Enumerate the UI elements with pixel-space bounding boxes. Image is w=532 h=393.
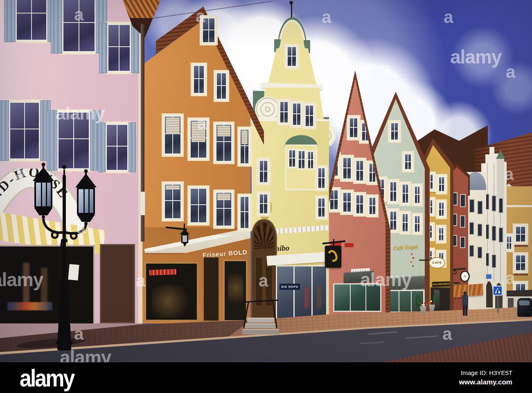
window-shutter [128, 122, 136, 172]
shop-window-sign: DIE ROPS [280, 284, 300, 290]
salamander-sign: SALAMANDER [432, 281, 450, 287]
cafe-oval-sign: CAFÉ [429, 257, 445, 269]
cafe-oval-label: CAFÉ [432, 261, 442, 264]
turret-spire [497, 158, 504, 199]
flower-box [514, 243, 528, 247]
window [298, 150, 306, 169]
window-glass [478, 247, 482, 258]
window [477, 246, 482, 259]
window-glass [241, 130, 248, 163]
window [438, 176, 445, 192]
window-glass [191, 189, 206, 222]
window-glass [280, 102, 288, 122]
window-glass [461, 216, 464, 227]
window-glass [439, 228, 443, 240]
pedestrian-leg [463, 305, 465, 316]
rust-striped-awning [469, 284, 483, 296]
window [491, 254, 496, 268]
window [491, 226, 496, 241]
window [438, 227, 444, 242]
window [477, 224, 482, 237]
window [216, 72, 227, 100]
cafe-engel-script: Café Engel [393, 243, 425, 251]
roller-blind [217, 194, 230, 200]
door-steps [241, 314, 282, 341]
window [62, 0, 96, 52]
shop-mullion [399, 291, 399, 312]
building-orange-house: Friseur BOLD [141, 0, 266, 323]
mannequin-silhouette [23, 263, 29, 308]
window-glass [293, 104, 300, 125]
window [355, 160, 364, 182]
window-glass [217, 73, 226, 99]
window-glass [216, 193, 231, 226]
clock-center-dot [464, 276, 466, 277]
window [16, 0, 47, 41]
shop-window-dark [144, 262, 198, 321]
street-lamp [29, 160, 99, 356]
car-windshield [519, 300, 530, 305]
window-glass [516, 227, 525, 242]
finial-ball [289, 1, 293, 5]
shop-goods-glow [152, 285, 193, 318]
window-glass [499, 228, 503, 242]
road-marking [368, 332, 397, 335]
window-glass [343, 158, 351, 178]
window [401, 213, 409, 233]
mannequin-silhouette [304, 287, 309, 308]
window [404, 153, 412, 170]
corner-door [508, 298, 514, 309]
window-glass [415, 216, 419, 232]
window-glass [203, 18, 214, 42]
window-glass [516, 255, 525, 270]
sign-pole [497, 295, 498, 313]
window [304, 104, 314, 127]
road-marking [360, 341, 385, 344]
window [202, 17, 216, 43]
shop-canopy [344, 271, 374, 283]
window [414, 185, 421, 204]
window [469, 199, 475, 213]
image-id-label: Image ID: H3YE5T [459, 369, 512, 376]
shop-window: DIE ROPS [276, 265, 327, 319]
window-glass [439, 203, 444, 216]
shop-door [100, 244, 135, 323]
road-marking [405, 335, 438, 339]
roller-blind [217, 126, 230, 136]
tchibo-hanging-sign [322, 237, 347, 269]
window-glass [390, 212, 396, 230]
window [460, 215, 465, 228]
cafe-oval-sign-group: CAFÉ [419, 257, 446, 271]
roller-blind [241, 131, 248, 144]
alamy-logo[interactable]: alamy [20, 366, 74, 390]
window-glass [194, 66, 204, 93]
alamy-url[interactable]: www.alamy.com [459, 378, 512, 386]
shop-mullion [293, 267, 295, 318]
window [307, 151, 314, 169]
window [193, 65, 205, 94]
cornice [504, 205, 532, 207]
window [460, 237, 465, 248]
window-glass [405, 154, 411, 169]
window-glass [308, 152, 313, 168]
window-glass [478, 201, 482, 214]
window-glass [492, 255, 496, 267]
window [286, 46, 297, 67]
window-glass [461, 237, 464, 247]
window-glass [318, 199, 325, 217]
window [106, 124, 128, 171]
step [247, 318, 274, 323]
window-glass [306, 106, 313, 126]
footer-info: Image ID: H3YE5T www.alamy.com [459, 369, 512, 386]
window [215, 124, 232, 162]
roller-blind [192, 122, 205, 142]
window-glass [318, 168, 325, 188]
window [438, 201, 445, 217]
window [414, 215, 421, 233]
wall-lamp [166, 223, 189, 248]
window-glass [108, 25, 130, 71]
window-glass [390, 182, 396, 201]
lamp-cap [180, 229, 189, 234]
flower-box [514, 271, 528, 276]
window [368, 196, 376, 215]
